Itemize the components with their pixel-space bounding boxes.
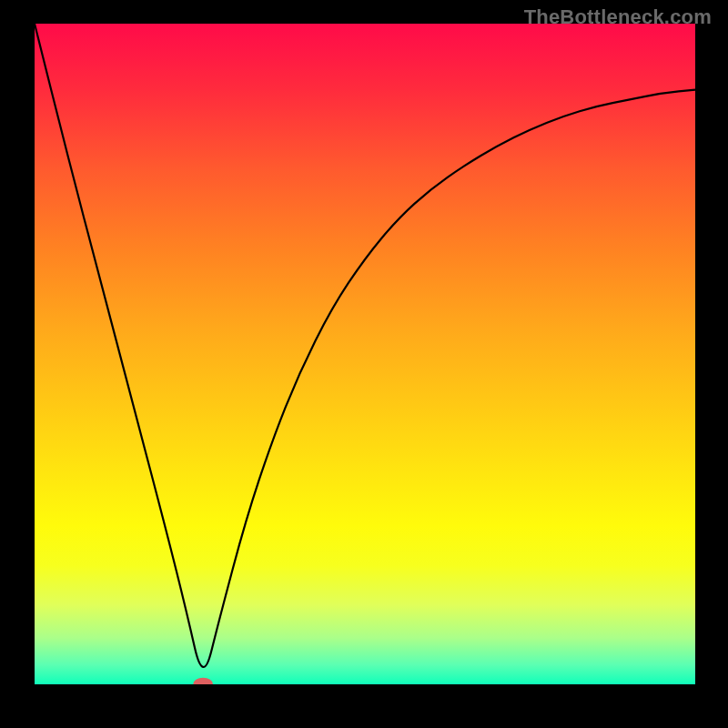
- chart-stage: TheBottleneck.com: [0, 0, 728, 728]
- minimum-marker: [193, 678, 213, 684]
- bottleneck-curve: [35, 24, 695, 667]
- curve-svg: [35, 24, 695, 684]
- plot-area: [35, 24, 695, 684]
